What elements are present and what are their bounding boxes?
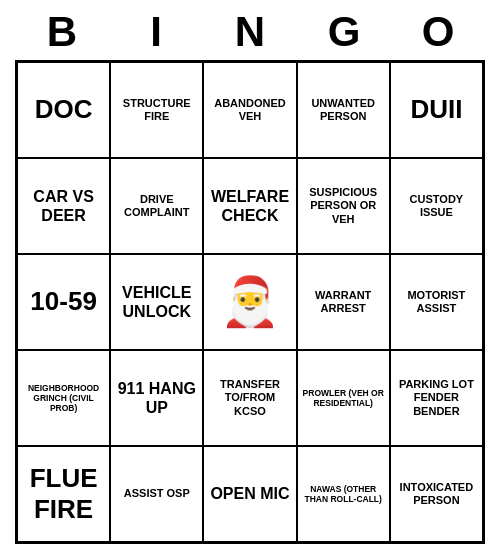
bingo-cell-22[interactable]: OPEN MIC <box>203 446 296 542</box>
bingo-cell-11[interactable]: VEHICLE UNLOCK <box>110 254 203 350</box>
bingo-cell-6[interactable]: DRIVE COMPLAINT <box>110 158 203 254</box>
bingo-cell-4[interactable]: DUII <box>390 62 483 158</box>
bingo-cell-12[interactable]: 🎅 <box>203 254 296 350</box>
bingo-cell-0[interactable]: DOC <box>17 62 110 158</box>
bingo-cell-23[interactable]: NAWAS (OTHER THAN ROLL-CALL) <box>297 446 390 542</box>
bingo-cell-10[interactable]: 10-59 <box>17 254 110 350</box>
letter-b: B <box>22 8 102 56</box>
bingo-cell-19[interactable]: PARKING LOT FENDER BENDER <box>390 350 483 446</box>
letter-g: G <box>304 8 384 56</box>
bingo-title: B I N G O <box>15 0 485 60</box>
bingo-cell-1[interactable]: STRUCTURE FIRE <box>110 62 203 158</box>
bingo-cell-15[interactable]: NEIGHBORHOOD GRINCH (CIVIL PROB) <box>17 350 110 446</box>
bingo-cell-5[interactable]: CAR VS DEER <box>17 158 110 254</box>
letter-n: N <box>210 8 290 56</box>
letter-o: O <box>398 8 478 56</box>
bingo-cell-20[interactable]: FLUE FIRE <box>17 446 110 542</box>
bingo-cell-8[interactable]: SUSPICIOUS PERSON OR VEH <box>297 158 390 254</box>
bingo-cell-13[interactable]: WARRANT ARREST <box>297 254 390 350</box>
bingo-grid: DOCSTRUCTURE FIREABANDONED VEHUNWANTED P… <box>15 60 485 544</box>
bingo-cell-21[interactable]: ASSIST OSP <box>110 446 203 542</box>
bingo-cell-2[interactable]: ABANDONED VEH <box>203 62 296 158</box>
bingo-cell-24[interactable]: INTOXICATED PERSON <box>390 446 483 542</box>
bingo-cell-3[interactable]: UNWANTED PERSON <box>297 62 390 158</box>
bingo-cell-17[interactable]: TRANSFER TO/FROM KCSO <box>203 350 296 446</box>
bingo-cell-9[interactable]: CUSTODY ISSUE <box>390 158 483 254</box>
bingo-cell-18[interactable]: PROWLER (VEH OR RESIDENTIAL) <box>297 350 390 446</box>
letter-i: I <box>116 8 196 56</box>
bingo-cell-14[interactable]: MOTORIST ASSIST <box>390 254 483 350</box>
bingo-cell-16[interactable]: 911 HANG UP <box>110 350 203 446</box>
bingo-cell-7[interactable]: WELFARE CHECK <box>203 158 296 254</box>
